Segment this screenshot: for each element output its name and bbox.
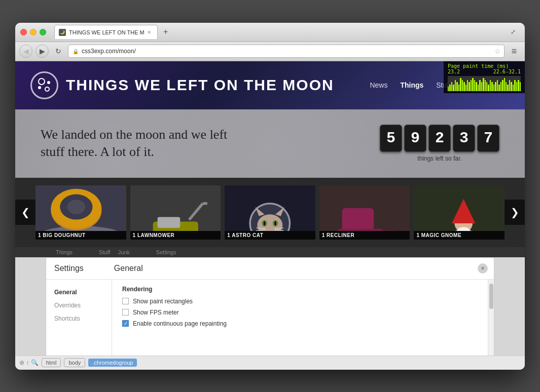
settings-close-button[interactable]: × [478, 263, 488, 273]
paint-bar [463, 82, 464, 91]
counter-label: things left so far. [417, 155, 461, 162]
settings-sidebar: General Overrides Shortcuts [46, 280, 112, 356]
paint-bar [490, 80, 491, 91]
paint-bar [453, 85, 454, 91]
back-button[interactable]: ◀ [19, 45, 32, 58]
setting-paint-rectangles: Show paint rectangles [122, 298, 478, 305]
items-next-button[interactable]: ❯ [505, 200, 525, 225]
paint-bar [506, 82, 507, 91]
hero-line1: We landed on the moon and we left [41, 127, 227, 142]
item-label-gnome: 1 MAGIC GNOME [414, 231, 505, 240]
paint-bar [500, 82, 501, 91]
close-button[interactable] [20, 29, 27, 35]
paint-bar [488, 85, 489, 91]
browser-tab[interactable]: 🌙 THINGS WE LEFT ON THE M × [54, 25, 158, 39]
bottom-tag-html[interactable]: html [42, 358, 61, 367]
counter-digit-3: 3 [453, 125, 475, 152]
cat-svg [225, 185, 315, 231]
nav-item-things[interactable]: Things [400, 81, 423, 89]
paint-bar [483, 78, 484, 91]
paint-bar [514, 80, 515, 91]
paint-bar [479, 80, 480, 91]
address-bar[interactable]: 🔒 css3exp.com/moon/ ☆ [68, 45, 505, 58]
paint-bar [504, 78, 505, 91]
paint-bar [460, 78, 461, 91]
new-tab-button[interactable]: + [160, 26, 172, 38]
fps-meter-label: Show FPS meter [133, 309, 179, 316]
svg-point-9 [67, 200, 86, 214]
paint-bar [498, 85, 499, 91]
item-card-gnome[interactable]: 1 MAGIC GNOME [414, 185, 505, 240]
hero-section: We landed on the moon and we left stuff … [15, 109, 525, 178]
item-card-doughnut[interactable]: 1 BIG DOUGHNUT [35, 185, 126, 240]
bottom-bar: ⊕ ↕ 🔍 html body .chromedogroup [15, 356, 525, 370]
settings-scrollbar[interactable] [488, 280, 494, 356]
hero-text: We landed on the moon and we left stuff … [41, 126, 380, 161]
paint-bar [507, 85, 508, 91]
paint-bar [458, 85, 459, 91]
item-card-cat[interactable]: 1 ASTRO CAT [225, 185, 315, 240]
counter-digit-2: 2 [428, 125, 451, 152]
paint-bar [520, 82, 521, 91]
window-restore-button[interactable]: ⤢ [507, 25, 520, 38]
scrollbar-thumb[interactable] [489, 284, 493, 309]
maximize-button[interactable] [40, 29, 46, 35]
toolbar: ◀ ▶ ↻ 🔒 css3exp.com/moon/ ☆ ≡ [15, 42, 525, 61]
settings-panel-title: Settings [54, 264, 84, 273]
bookmark-icon[interactable]: ☆ [494, 47, 501, 55]
settings-sidebar-general[interactable]: General [46, 286, 112, 299]
item-image-gnome [414, 185, 505, 231]
menu-button[interactable]: ≡ [508, 45, 521, 58]
counter-digit-1: 9 [404, 125, 426, 152]
item-card-lawnmower[interactable]: 1 LAWNMOWER [130, 185, 221, 240]
paint-bar [469, 82, 470, 91]
svg-point-3 [47, 81, 50, 84]
settings-header: Settings General × [46, 258, 494, 280]
continuous-repainting-checkbox[interactable]: ✓ [122, 320, 129, 327]
counter-digit-4: 7 [477, 125, 499, 152]
refresh-button[interactable]: ↻ [52, 45, 65, 58]
paint-bar [449, 85, 450, 91]
paint-bar [476, 82, 477, 91]
minimize-button[interactable] [30, 29, 37, 35]
paint-bar [472, 78, 473, 91]
paint-bar [451, 82, 452, 91]
items-section: ❮ 1 B [15, 178, 525, 247]
paint-bar [474, 80, 475, 91]
forward-button[interactable]: ▶ [35, 45, 49, 58]
paint-rectangles-checkbox[interactable] [122, 298, 129, 304]
paint-bar [481, 82, 482, 91]
bottom-tag-body[interactable]: body [64, 358, 85, 367]
item-label-doughnut: 1 BIG DOUGHNUT [35, 231, 126, 240]
hidden-content-text: Things Stuff Junk Settings [56, 249, 176, 255]
settings-body: General Overrides Shortcuts Rendering Sh… [46, 280, 494, 356]
settings-sidebar-overrides[interactable]: Overrides [46, 299, 112, 312]
items-prev-button[interactable]: ❮ [15, 200, 35, 225]
svg-rect-13 [157, 217, 180, 227]
setting-continuous-repainting: ✓ Enable continuous page repainting [122, 320, 478, 327]
paint-chart [448, 76, 521, 91]
title-bar: 🌙 THINGS WE LEFT ON THE M × + ⤢ [15, 23, 525, 42]
paint-bar [491, 82, 492, 91]
setting-fps-meter: Show FPS meter [122, 309, 478, 316]
item-card-recliner[interactable]: 1 RECLINER [319, 185, 410, 240]
logo-svg [35, 76, 53, 94]
svg-point-0 [39, 79, 45, 85]
nav-item-news[interactable]: News [370, 81, 387, 89]
item-label-recliner: 1 RECLINER [319, 231, 410, 240]
tab-favicon: 🌙 [59, 29, 66, 36]
bottom-tag-class[interactable]: .chromedogroup [88, 359, 137, 367]
browser-window: 🌙 THINGS WE LEFT ON THE M × + ⤢ ◀ ▶ ↻ 🔒 … [15, 23, 525, 370]
fps-meter-checkbox[interactable] [122, 309, 129, 316]
checkmark-icon: ✓ [124, 321, 128, 326]
svg-point-2 [38, 86, 41, 89]
svg-rect-38 [378, 230, 397, 231]
tab-close-button[interactable]: × [148, 29, 151, 36]
settings-sidebar-shortcuts[interactable]: Shortcuts [46, 312, 112, 325]
continuous-repainting-label: Enable continuous page repainting [133, 320, 227, 327]
paint-bar [502, 80, 503, 91]
paint-bar [493, 85, 494, 91]
paint-bar [486, 82, 487, 91]
settings-section-header: General [114, 264, 143, 273]
svg-rect-37 [338, 228, 383, 230]
